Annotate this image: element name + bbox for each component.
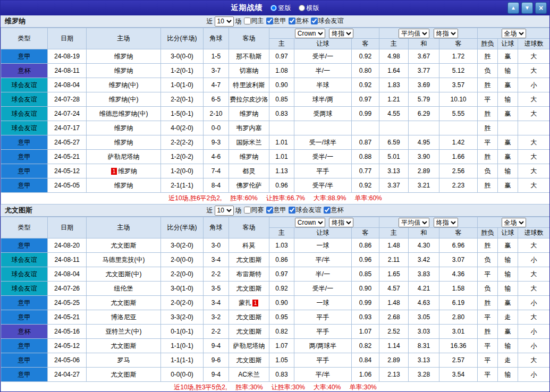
league-badge[interactable]: 意杯 (1, 325, 48, 339)
away-team[interactable]: 维罗纳 (229, 107, 269, 121)
match-score[interactable]: 3-0(0-0) (161, 49, 204, 64)
odds-stage-select[interactable]: 终指 (329, 218, 353, 227)
league-badge[interactable]: 意甲 (1, 310, 48, 325)
average-select[interactable]: 平均值 (399, 218, 429, 227)
home-team[interactable]: 尤文图斯(中) (87, 267, 161, 282)
match-score[interactable]: 3-0(1-0) (161, 282, 204, 296)
away-team[interactable]: 蒙扎1 (229, 296, 269, 310)
away-team[interactable]: 尤文图斯 (229, 282, 269, 296)
league-badge[interactable]: 球会友谊 (1, 253, 48, 267)
league-badge[interactable]: 意杯 (1, 64, 48, 78)
away-team[interactable]: 尤文图斯 (229, 353, 269, 368)
checkbox-input[interactable] (266, 18, 273, 24)
away-team[interactable]: AC米兰 (229, 368, 269, 382)
checkbox-input[interactable] (266, 207, 273, 214)
home-team[interactable]: 博洛尼亚 (87, 310, 161, 325)
league-badge[interactable]: 意甲 (1, 238, 48, 253)
odds-stage-select[interactable]: 终指 (329, 29, 353, 38)
league-badge[interactable]: 意甲 (1, 339, 48, 353)
layout-radio-vertical[interactable]: 竖版 (270, 4, 291, 13)
match-score[interactable]: 0-1(0-1) (161, 325, 204, 339)
away-team[interactable]: 尤文图斯 (229, 325, 269, 339)
home-team[interactable]: 尤文图斯 (87, 238, 161, 253)
league-badge[interactable]: 球会友谊 (1, 78, 48, 92)
league-badge[interactable]: 意甲 (1, 296, 48, 310)
match-score[interactable]: 2-0(0-0) (161, 253, 204, 267)
filter-checkbox[interactable]: 同主 (244, 16, 264, 25)
move-up-button[interactable]: ▲ (507, 2, 519, 14)
average-stage-select[interactable]: 终指 (434, 29, 458, 38)
away-team[interactable]: 费拉尔皮沙洛 (229, 92, 269, 107)
match-score[interactable]: 2-0(2-0) (161, 296, 204, 310)
away-team[interactable]: 都灵 (229, 164, 269, 178)
home-team[interactable]: 维罗纳 (87, 135, 161, 150)
filter-checkbox[interactable]: 意甲 (266, 16, 286, 25)
filter-checkbox[interactable]: 球会友谊 (311, 16, 344, 25)
home-team[interactable]: 1维罗纳 (87, 164, 161, 178)
checkbox-input[interactable] (289, 18, 295, 24)
home-team[interactable]: 亚特兰大(中) (87, 325, 161, 339)
home-team[interactable]: 尤文图斯 (87, 296, 161, 310)
filter-checkbox[interactable]: 意甲 (266, 206, 286, 215)
match-score[interactable]: 4-0(2-0) (161, 121, 204, 135)
bookmaker-select[interactable]: Crown (295, 218, 325, 227)
scope-select[interactable]: 全场 (502, 29, 526, 38)
match-score[interactable]: 1-2(0-1) (161, 64, 204, 78)
match-score[interactable]: 1-5(0-1) (161, 107, 204, 121)
close-button[interactable]: × (535, 2, 547, 14)
move-down-button[interactable]: ▼ (521, 2, 533, 14)
match-count-select[interactable]: 10 (215, 16, 234, 27)
filter-checkbox[interactable]: 同赛 (244, 206, 264, 215)
match-score[interactable]: 1-2(0-0) (161, 164, 204, 178)
home-team[interactable]: 马德里竞技(中) (87, 253, 161, 267)
away-team[interactable]: 切塞纳 (229, 64, 269, 78)
home-team[interactable]: 维罗纳(中) (87, 78, 161, 92)
filter-checkbox[interactable]: 意杯 (324, 206, 344, 215)
home-team[interactable]: 维罗纳(中) (87, 92, 161, 107)
league-badge[interactable]: 球会友谊 (1, 107, 48, 121)
league-badge[interactable]: 意甲 (1, 150, 48, 164)
scope-select[interactable]: 全场 (502, 218, 526, 227)
home-team[interactable]: 维罗纳 (87, 178, 161, 193)
league-badge[interactable]: 球会友谊 (1, 121, 48, 135)
radio-input-horizontal[interactable] (299, 5, 305, 11)
match-score[interactable]: 2-2(2-2) (161, 135, 204, 150)
home-team[interactable]: 维罗纳 (87, 49, 161, 64)
league-badge[interactable]: 意甲 (1, 49, 48, 64)
layout-radio-horizontal[interactable]: 横版 (299, 4, 319, 13)
league-badge[interactable]: 球会友谊 (1, 267, 48, 282)
checkbox-input[interactable] (324, 207, 331, 214)
bookmaker-select[interactable]: Crown (295, 29, 325, 38)
match-score[interactable]: 1-0(1-0) (161, 78, 204, 92)
league-badge[interactable]: 意甲 (1, 178, 48, 193)
league-badge[interactable]: 球会友谊 (1, 282, 48, 296)
away-team[interactable]: 布雷斯特 (229, 267, 269, 282)
league-badge[interactable]: 意甲 (1, 353, 48, 368)
match-score[interactable]: 3-0(2-0) (161, 238, 204, 253)
league-badge[interactable]: 球会友谊 (1, 92, 48, 107)
home-team[interactable]: 罗马 (87, 353, 161, 368)
match-score[interactable]: 2-1(1-1) (161, 178, 204, 193)
home-team[interactable]: 纽伦堡 (87, 282, 161, 296)
away-team[interactable]: 萨勒尼塔纳 (229, 339, 269, 353)
radio-input-vertical[interactable] (270, 5, 277, 11)
match-score[interactable]: 2-2(0-0) (161, 267, 204, 282)
away-team[interactable]: 尤文图斯 (229, 310, 269, 325)
away-team[interactable]: 佛罗伦萨 (229, 178, 269, 193)
filter-checkbox[interactable]: 意杯 (289, 16, 309, 25)
average-stage-select[interactable]: 终指 (434, 218, 458, 227)
home-team[interactable]: 维罗纳 (87, 64, 161, 78)
home-team[interactable]: 尤文图斯 (87, 368, 161, 382)
away-team[interactable]: 韦罗内塞 (229, 121, 269, 135)
away-team[interactable]: 国际米兰 (229, 135, 269, 150)
away-team[interactable]: 特里波利斯 (229, 78, 269, 92)
away-team[interactable]: 维罗纳 (229, 150, 269, 164)
away-team[interactable]: 那不勒斯 (229, 49, 269, 64)
home-team[interactable]: 萨勒尼塔纳 (87, 150, 161, 164)
match-count-select[interactable]: 10 (215, 206, 234, 216)
home-team[interactable]: 维德思维罗纳(中) (87, 107, 161, 121)
match-score[interactable]: 0-0(0-0) (161, 368, 204, 382)
checkbox-input[interactable] (244, 207, 251, 214)
average-select[interactable]: 平均值 (399, 29, 429, 38)
match-score[interactable]: 1-1(0-1) (161, 339, 204, 353)
